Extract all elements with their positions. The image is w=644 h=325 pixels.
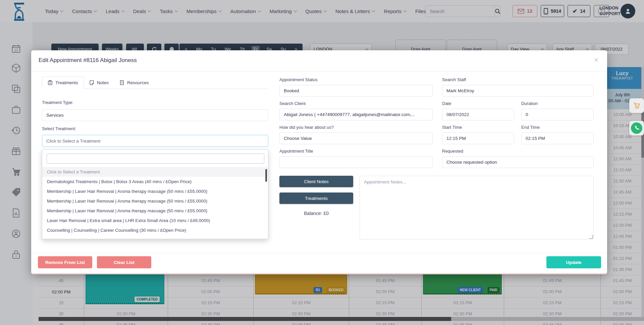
end-time-label: End Time <box>521 125 540 130</box>
start-time-label: Start Time <box>442 125 462 130</box>
appointment-title-label: Appointment Title <box>279 149 313 154</box>
how-hear-select[interactable] <box>279 132 433 144</box>
dropdown-search-input[interactable] <box>47 154 264 164</box>
building-icon <box>119 80 124 85</box>
dropdown-options-list: Click to Select a TreatmentDermatologist… <box>42 167 268 235</box>
treatments-button[interactable]: Treatments <box>279 193 353 204</box>
dropdown-option[interactable]: Click to Select a Treatment <box>42 167 268 177</box>
close-icon[interactable]: × <box>594 56 598 64</box>
tab-notes[interactable]: Notes <box>84 76 114 89</box>
how-hear-label: How did you hear about us? <box>279 125 334 130</box>
dropdown-option[interactable]: Dermatologist Treatments | Botox | Botox… <box>42 177 268 186</box>
dropdown-option[interactable]: Membership | Laser Hair Removal | Aroma … <box>42 186 268 196</box>
modal-tabbar: Treatments Notes Resources <box>42 76 268 89</box>
appointment-status-select[interactable] <box>279 85 433 97</box>
divider <box>31 71 607 72</box>
select-treatment-field[interactable] <box>42 135 268 147</box>
treatment-dropdown: Click to Select a TreatmentDermatologist… <box>42 149 268 239</box>
search-client-label: Search Client <box>279 101 306 106</box>
dropdown-option[interactable]: Laser Hair Removal | Extra small area | … <box>42 216 268 225</box>
end-time-field[interactable] <box>521 132 594 144</box>
dropdown-scrollbar-thumb[interactable] <box>265 169 267 182</box>
dropdown-option[interactable]: Membership | Laser Hair Removal | Aroma … <box>42 196 268 206</box>
clear-list-button[interactable]: Clear List <box>97 256 151 268</box>
phone-fab-button[interactable] <box>629 121 644 136</box>
note-icon <box>89 80 94 85</box>
duration-field[interactable] <box>521 109 594 120</box>
requested-select[interactable] <box>442 156 594 168</box>
appointment-title-field[interactable] <box>279 156 433 168</box>
clipboard-icon <box>48 80 53 85</box>
client-notes-button[interactable]: Client Notes <box>279 176 353 187</box>
start-time-field[interactable] <box>442 132 514 144</box>
date-label: Date <box>442 101 451 106</box>
treatment-type-select[interactable] <box>42 109 268 121</box>
appointment-status-label: Appointment Status <box>279 77 317 82</box>
search-staff-label: Search Staff <box>442 77 466 82</box>
tab-treatments[interactable]: Treatments <box>42 76 84 89</box>
requested-label: Requested <box>442 149 463 154</box>
phone-call-icon <box>631 122 642 134</box>
select-treatment-label: Select Treatment: <box>42 126 76 131</box>
tab-resources[interactable]: Resources <box>114 76 154 89</box>
divider <box>31 253 607 253</box>
modal-title: Edit Appointment #8116 Abigail Joness <box>39 57 137 64</box>
update-button[interactable]: Update <box>546 256 601 268</box>
appointment-notes-textarea[interactable] <box>360 176 594 239</box>
date-field[interactable] <box>442 109 514 120</box>
search-staff-field[interactable] <box>442 85 594 97</box>
duration-label: Duration <box>521 101 538 106</box>
search-client-field[interactable] <box>279 109 433 120</box>
dropdown-option[interactable]: Membership | Laser Hair Removal | Aroma … <box>42 206 268 216</box>
shopping-cart-icon <box>633 102 641 110</box>
app-screen: Today Contacts Leads Deals Tasks Members… <box>0 0 644 325</box>
balance-text: Balance: £0 <box>279 211 353 216</box>
edit-appointment-modal: Edit Appointment #8116 Abigail Joness × … <box>31 50 607 274</box>
dropdown-option[interactable]: Counselling | Counselling | Career Couns… <box>42 225 268 235</box>
treatment-type-label: Treatment Type: <box>42 100 73 105</box>
remove-from-list-button[interactable]: Remove From List <box>38 256 92 268</box>
cart-fab-button[interactable] <box>629 98 644 113</box>
